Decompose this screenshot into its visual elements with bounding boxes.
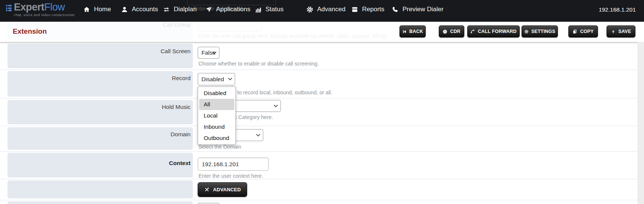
cdr-button-label: CDR [450,29,461,34]
hold-music-label-cell: Hold Music [7,100,193,124]
person-icon [121,6,128,13]
settings-button[interactable]: SETTINGS [522,25,558,37]
skip-back-icon [402,29,407,34]
context-label: Context [169,160,191,166]
nav-item-label: Reports [362,6,385,13]
book-icon [351,6,358,13]
form-row-partial [0,201,644,204]
gear-icon [524,29,529,34]
record-option-local[interactable]: Local [198,110,236,121]
form-row-record: Record Disabled Choose whether to record… [0,71,644,98]
record-option-outbound[interactable]: Outbound [198,133,236,144]
nav-item-advanced[interactable]: Advanced [306,0,346,19]
nav-item-label: Accounts [132,6,158,13]
chevron-down-icon [256,134,260,137]
nav-item-label: Applications [216,6,250,13]
home-icon [83,6,90,13]
context-input[interactable] [198,158,269,171]
record-label: Record [172,75,191,81]
call-forward-button[interactable]: CALL FORWARD [467,25,520,37]
paper-plane-icon [205,6,212,13]
back-button-label: BACK [409,29,423,34]
bar-chart-icon [255,6,262,13]
bolt-icon [611,29,616,34]
form-row-advanced: ADVANCED [0,180,644,200]
partial-label-cell [7,201,193,204]
domain-label: Domain [171,131,191,137]
settings-button-label: SETTINGS [531,29,555,34]
gear-icon [306,6,313,13]
top-nav: Enter the call timeout ExpertFlow chat, … [0,0,644,22]
chevron-down-icon [212,52,216,54]
expertflow-logo-mark-icon [6,5,12,17]
cdr-button[interactable]: CDR [439,25,464,37]
record-select-dropdown: Disabled All Local Inbound Outbound [198,86,236,145]
save-button-label: SAVE [619,29,631,34]
nav-item-home[interactable]: Home [83,0,111,19]
form-row-hold-music: Hold Music Select the Music Category her… [0,100,644,126]
copy-button[interactable]: COPY [568,25,598,37]
record-select[interactable]: Disabled [198,73,235,85]
advanced-button-label: ADVANCED [213,187,241,192]
server-ip: 192.168.1.201 [599,0,636,19]
record-label-cell: Record [7,71,193,97]
nav-item-label: Home [94,6,111,13]
form-row-domain: Domain Select the Domain [0,127,644,152]
call-forward-button-label: CALL FORWARD [478,29,516,34]
swap-arrows-icon [163,6,170,13]
call-screen-label-cell: Call Screen [7,44,193,68]
page-title: Extension [13,27,47,36]
save-button[interactable]: SAVE [607,25,635,37]
record-option-disabled[interactable]: Disabled [198,88,236,99]
scrollbar[interactable] [638,42,644,204]
back-button[interactable]: BACK [400,25,426,37]
call-forward-icon [470,29,475,34]
nav-item-label: Advanced [317,6,346,13]
chevron-down-icon [228,78,232,80]
advanced-button[interactable]: ADVANCED [198,182,247,197]
form-row-call-screen: Call Screen False Choose whether to enab… [0,44,644,70]
extension-page: Call Group Enter the user call group her… [0,0,644,204]
nav-item-accounts[interactable]: Accounts [121,0,158,19]
tools-icon [204,187,210,192]
brand-secondary: Flow [44,1,65,13]
chevron-down-icon [274,105,278,107]
nav-item-dialplan[interactable]: Dialplan [163,0,197,19]
domain-label-cell: Domain [7,127,193,150]
record-option-inbound[interactable]: Inbound [198,121,236,133]
call-screen-select[interactable]: False [198,47,219,59]
nav-item-reports[interactable]: Reports [351,0,385,19]
nav-item-label: Preview Dialer [402,6,444,13]
brand-primary: Expert [14,1,44,13]
nav-item-preview-dialer[interactable]: Preview Dialer [392,0,444,19]
call-screen-help: Choose whether to enable or disable call… [198,61,319,67]
context-help: Enter the user context here. [198,173,263,179]
nav-item-status[interactable]: Status [255,0,283,19]
advanced-label-cell [7,180,193,198]
phone-icon [392,6,399,13]
brand-tagline: chat, voice and video contactcenter [14,13,75,17]
info-icon [443,29,447,34]
copy-button-label: COPY [580,29,593,34]
expertflow-logo[interactable]: ExpertFlow chat, voice and video contact… [6,2,75,17]
record-option-all[interactable]: All [199,99,234,110]
form-row-context: Context Enter the user context here. [0,153,644,179]
nav-item-applications[interactable]: Applications [205,0,250,19]
page-header: Extension BACK CDR CALL FORWARD SETTINGS… [0,22,644,42]
context-label-cell: Context [7,153,193,177]
call-screen-label: Call Screen [161,48,191,54]
copy-icon [572,29,577,34]
record-select-value: Disabled [201,76,224,83]
nav-item-label: Dialplan [174,6,197,13]
nav-item-label: Status [265,6,283,13]
hold-music-label: Hold Music [162,104,191,110]
